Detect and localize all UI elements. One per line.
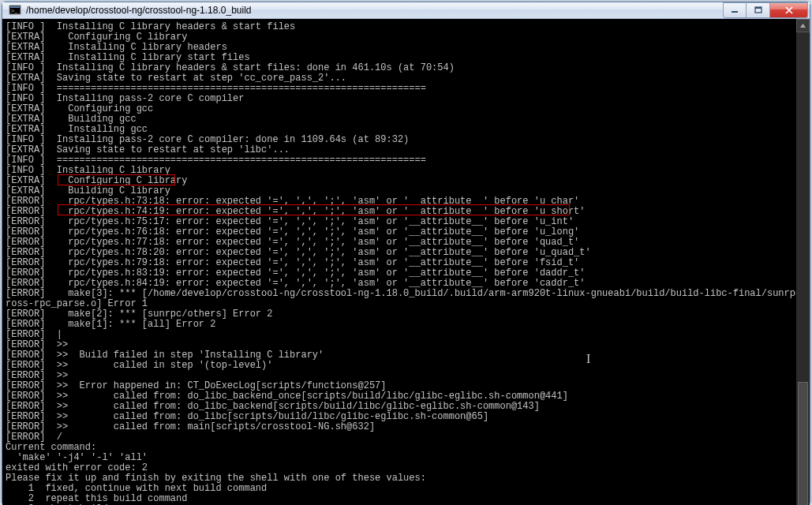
svg-text:>_: >_	[11, 8, 18, 14]
terminal-line: [ERROR] |	[6, 330, 796, 340]
terminal-line: [ERROR] make[1]: *** [all] Error 2	[6, 320, 796, 330]
window-controls	[723, 2, 808, 18]
app-icon: >_	[9, 4, 21, 17]
terminal-line: [ERROR] >> called from: main[scripts/cro…	[6, 422, 796, 432]
terminal-body: [INFO ] Installing C library headers & s…	[2, 19, 810, 505]
svg-rect-3	[732, 11, 738, 13]
maximize-button[interactable]	[747, 2, 770, 18]
scroll-track[interactable]	[796, 32, 810, 505]
scroll-up-button[interactable]	[796, 19, 810, 32]
terminal-output[interactable]: [INFO ] Installing C library headers & s…	[2, 19, 796, 505]
minimize-button[interactable]	[723, 2, 747, 18]
terminal-window: >_ /home/develop/crosstool-ng/crosstool-…	[2, 2, 810, 503]
close-button[interactable]	[770, 2, 808, 18]
svg-rect-5	[755, 7, 761, 9]
terminal-line: [ERROR] /	[6, 432, 796, 443]
terminal-line: [ERROR] >> called in step '(top-level)'	[6, 361, 796, 371]
scroll-thumb[interactable]	[798, 382, 808, 505]
vertical-scrollbar[interactable]	[796, 19, 810, 505]
window-title: /home/develop/crosstool-ng/crosstool-ng-…	[26, 5, 723, 16]
terminal-line: 2 repeat this build command	[6, 494, 796, 504]
text-cursor-icon: I	[586, 354, 590, 364]
title-bar[interactable]: >_ /home/develop/crosstool-ng/crosstool-…	[2, 2, 810, 19]
